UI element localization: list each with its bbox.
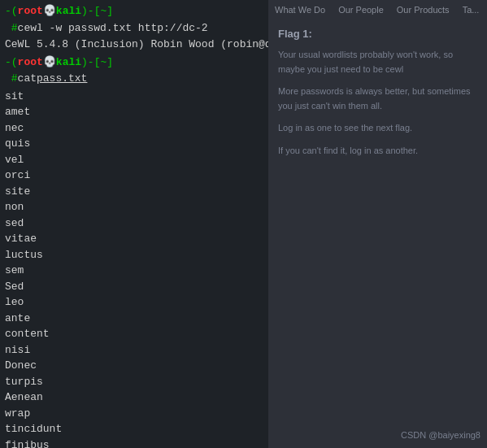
flag-para-3: Log in as one to see the next flag. [278,121,477,136]
flag-para-2: More passwords is always better, but som… [278,85,477,113]
nav-what-we-do[interactable]: What We Do [275,5,325,15]
word-list-item: leo [5,294,263,311]
word-list-item: tincidunt [5,421,263,437]
word-list-item: nec [5,120,263,137]
word-list-item: quis [5,136,263,152]
bracket-open-1: -( [5,3,18,20]
prompt-host-2: kali [56,54,81,71]
word-list-item: site [5,184,263,200]
word-list-item: turpis [5,374,263,390]
flag-heading: Flag 1: [278,28,477,40]
word-list-item: ante [5,311,263,327]
nav-bar: What We Do Our People Our Products Ta... [268,0,487,20]
nav-our-people[interactable]: Our People [338,5,384,15]
cmd-file: pass.txt [37,71,87,87]
cewl-output: CeWL 5.4.8 (Inclusion) Robin Wood (robin… [5,37,263,53]
cmd-cat: cat [18,71,37,87]
cmd-text-1: cewl -w passwd.txt http://dc-2 [18,20,208,37]
prompt-path-1: ~ [100,3,107,20]
word-list-item: amet [5,104,263,120]
skull-icon-1: 💀 [43,3,56,20]
word-list-item: orci [5,167,263,184]
bracket-open-2: -( [5,54,18,71]
word-list-item: nisi [5,342,263,359]
flag-para-4: If you can't find it, log in as another. [278,144,477,159]
prompt-line-1: -( root 💀 kali )-[ ~ ] [5,3,263,20]
word-list-item: vitae [5,231,263,247]
word-list-item: Sed [5,279,263,295]
bracket-close-1: )-[ [81,3,100,20]
flag-section: Flag 1: Your usual wordlists probably wo… [268,20,487,175]
bracket-end-1: ] [107,3,113,20]
prompt-path-2: ~ [100,54,107,71]
cmd-line-2: # cat pass.txt [5,71,263,87]
word-list-item: Aenean [5,389,263,406]
word-list-item: sit [5,89,263,105]
skull-icon-2: 💀 [43,54,56,71]
prompt-user-1: root [18,3,43,20]
prompt-line-2: -( root 💀 kali )-[ ~ ] [5,54,263,71]
word-list-item: sed [5,215,263,232]
bracket-end-2: ] [107,54,113,71]
word-list-item: content [5,326,263,342]
word-list-item: Donec [5,358,263,374]
word-list-item: wrap [5,406,263,422]
hash-2: # [5,71,18,87]
word-list-item: vel [5,152,263,168]
prompt-user-2: root [18,54,43,71]
word-list-item: sem [5,263,263,279]
cmd-line-1: # cewl -w passwd.txt http://dc-2 [5,20,263,37]
prompt-host-1: kali [56,3,81,20]
flag-para-1: Your usual wordlists probably won't work… [278,48,477,76]
word-list-item: non [5,199,263,215]
bracket-close-2: )-[ [81,54,100,71]
word-list-item: finibus [5,437,263,449]
word-list-item: luctus [5,247,263,263]
nav-our-products[interactable]: Our Products [397,5,450,15]
word-list: sitametnecquisvelorcisitenonsedvitaeluct… [5,89,263,449]
terminal-panel: -( root 💀 kali )-[ ~ ] # cewl -w passwd.… [0,0,268,448]
watermark: CSDN @baiyexing8 [401,430,480,440]
right-panel: What We Do Our People Our Products Ta...… [268,0,487,448]
hash-1: # [5,20,18,37]
nav-ta[interactable]: Ta... [463,5,480,15]
